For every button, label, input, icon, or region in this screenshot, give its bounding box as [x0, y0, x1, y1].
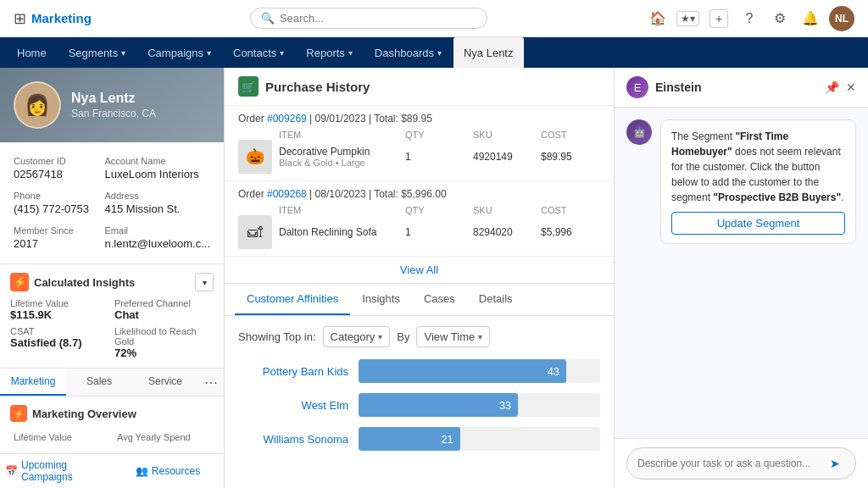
order-col-headers-2: ITEM QTY SKU COST — [238, 205, 600, 215]
favorites-icon[interactable]: ★▾ — [676, 7, 700, 30]
nav-item-dashboards[interactable]: Dashboards ▾ — [364, 37, 452, 68]
item-qty-2: 1 — [405, 226, 473, 238]
bar-row-2: Williams Sonoma 21 — [238, 427, 600, 451]
order-row-2: Order #009268 | 08/10/2023 | Total: $5,9… — [225, 181, 614, 257]
tab-insights[interactable]: Insights — [350, 284, 412, 315]
insight-value: Satisfied (8.7) — [10, 336, 109, 349]
view-all: View All — [225, 257, 614, 283]
more-options-btn[interactable]: ⋯ — [198, 369, 224, 396]
chevron-down-icon: ▾ — [121, 48, 125, 58]
chevron-down-icon: ▾ — [378, 332, 382, 341]
grid-icon[interactable]: ⊞ — [14, 9, 26, 28]
order-row-1: Order #009269 | 09/01/2023 | Total: $89.… — [225, 106, 614, 181]
insight-value: Chat — [114, 308, 214, 321]
purchase-header: 🛒 Purchase History — [225, 68, 614, 106]
user-avatar[interactable]: NL — [829, 6, 854, 31]
bar-value-0: 43 — [548, 365, 559, 378]
tab-service[interactable]: Service — [132, 369, 198, 396]
field-avg-yearly-spend: Avg Yearly Spend — [114, 427, 214, 449]
tab-marketing[interactable]: Marketing — [0, 369, 66, 396]
nav-item-reports[interactable]: Reports ▾ — [296, 37, 363, 68]
by-label: By — [397, 330, 409, 343]
insight-label: Preferred Channel — [114, 298, 214, 308]
insights-header: ⚡ Calculated Insights ▾ — [10, 273, 214, 291]
einstein-icon: E — [626, 76, 648, 98]
col-qty-header-2: QTY — [405, 205, 473, 215]
nav-item-home[interactable]: Home — [7, 37, 57, 68]
item-cost-1: $89.95 — [541, 151, 600, 163]
field-label: Member Since — [14, 225, 98, 236]
notifications-icon[interactable]: 🔔 — [798, 7, 822, 30]
nav-item-campaigns[interactable]: Campaigns ▾ — [137, 37, 221, 68]
order-link-2[interactable]: #009268 — [267, 188, 307, 200]
insight-value: $115.9K — [10, 308, 109, 321]
bar-row-0: Pottery Barn Kids 43 — [238, 359, 600, 383]
order-col-headers: ITEM QTY SKU COST — [238, 130, 600, 140]
insight-value: 72% — [114, 347, 214, 359]
top-icons: 🏠 ★▾ + ? ⚙ 🔔 NL — [646, 6, 854, 31]
search-box[interactable]: 🔍 — [250, 8, 487, 29]
bar-value-2: 21 — [441, 433, 453, 446]
bar-label-0[interactable]: Pottery Barn Kids — [238, 365, 348, 378]
view-time-select[interactable]: View Time ▾ — [416, 326, 490, 347]
item-qty-1: 1 — [405, 151, 473, 163]
section-icon: ⚡ — [10, 405, 27, 422]
insights-dropdown-btn[interactable]: ▾ — [195, 273, 214, 291]
close-icon[interactable]: ✕ — [846, 80, 856, 94]
col-item-header: ITEM — [238, 130, 405, 140]
category-select[interactable]: Category ▾ — [323, 326, 391, 347]
item-sub-1: Black & Gold • Large — [279, 158, 370, 168]
left-panel: 👩 Nya Lentz San Francisco, CA Customer I… — [0, 68, 225, 488]
showing-label: Showing Top in: — [238, 330, 316, 343]
insight-likelihood: Likelihood to Reach Gold 72% — [114, 326, 214, 359]
view-all-link[interactable]: View All — [400, 263, 438, 276]
order-item-1: 🎃 Decorative Pumpkin Black & Gold • Larg… — [238, 140, 600, 174]
nav-item-nya-lentz[interactable]: Nya Lentz — [453, 37, 524, 68]
col-sku-header-2: SKU — [473, 205, 541, 215]
profile-photo: 👩 — [14, 81, 61, 129]
calculated-insights: ⚡ Calculated Insights ▾ Lifetime Value $… — [0, 264, 224, 369]
einstein-avatar: 🤖 — [626, 119, 652, 145]
insight-label: CSAT — [10, 326, 109, 336]
tab-cases[interactable]: Cases — [412, 284, 467, 315]
insight-lifetime-value: Lifetime Value $115.9K — [10, 298, 109, 321]
nav-item-contacts[interactable]: Contacts ▾ — [223, 37, 294, 68]
calendar-icon: 📅 — [5, 465, 18, 477]
bottom-tabs: Marketing Sales Service ⋯ — [0, 369, 224, 396]
add-icon[interactable]: + — [707, 7, 731, 30]
insights-icon: ⚡ — [10, 273, 29, 291]
bar-label-1[interactable]: West Elm — [238, 399, 348, 412]
col-cost-header-2: COST — [541, 205, 600, 215]
main-content: 👩 Nya Lentz San Francisco, CA Customer I… — [0, 68, 868, 488]
building-icon[interactable]: 🏠 — [646, 7, 670, 30]
nav-resources[interactable]: 👥 Resources — [112, 454, 224, 488]
settings-icon[interactable]: ⚙ — [768, 7, 792, 30]
chevron-down-icon: ▾ — [478, 332, 482, 341]
send-button[interactable]: ➤ — [825, 453, 845, 474]
item-name-2: Dalton Reclining Sofa — [279, 226, 376, 238]
top-bar-left: ⊞ Marketing — [14, 9, 92, 28]
field-label: Phone — [14, 191, 98, 201]
tab-customer-affinities[interactable]: Customer Affinities — [235, 284, 350, 315]
field-phone: Phone (415) 772-0753 — [10, 186, 102, 220]
bar-container-2: 21 — [359, 427, 600, 451]
pin-icon[interactable]: 📌 — [825, 80, 839, 94]
update-segment-button[interactable]: Update Segment — [671, 212, 845, 235]
search-input[interactable] — [280, 12, 476, 25]
bottom-nav: 📅 Upcoming Campaigns 👥 Resources — [0, 453, 224, 488]
field-label: Account Name — [105, 156, 210, 166]
tab-sales[interactable]: Sales — [66, 369, 132, 396]
help-icon[interactable]: ? — [737, 7, 761, 30]
bar-label-2[interactable]: Williams Sonoma — [238, 433, 348, 446]
einstein-header: E Einstein 📌 ✕ — [615, 68, 868, 108]
item-name-1: Decorative Pumpkin — [279, 146, 370, 158]
order-link-1[interactable]: #009269 — [267, 113, 307, 125]
tab-details[interactable]: Details — [467, 284, 525, 315]
field-label: Customer ID — [14, 156, 98, 166]
nav-item-segments[interactable]: Segments ▾ — [58, 37, 136, 68]
chevron-down-icon: ▾ — [207, 48, 211, 58]
field-label: Avg Yearly Spend — [117, 432, 210, 442]
einstein-input[interactable] — [637, 458, 825, 469]
nav-upcoming-campaigns[interactable]: 📅 Upcoming Campaigns — [0, 454, 112, 488]
field-lifetime-value: Lifetime Value — [10, 427, 110, 449]
